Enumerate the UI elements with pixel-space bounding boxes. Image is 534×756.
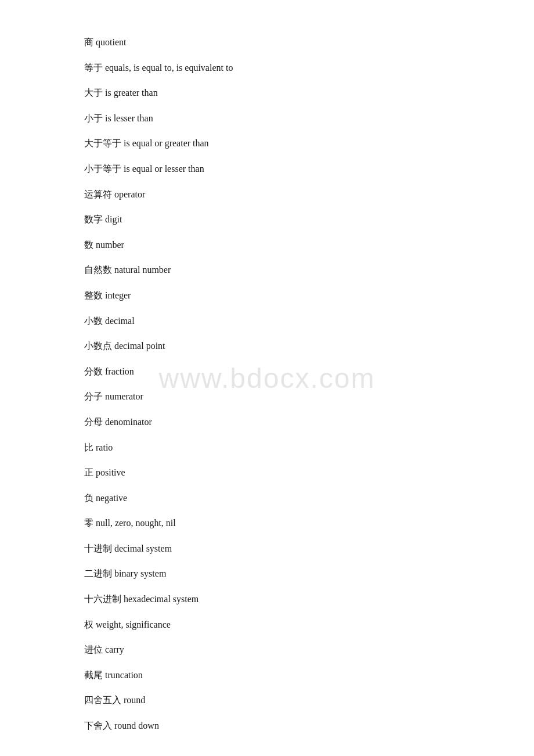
list-item: 自然数 natural number <box>84 262 450 278</box>
list-item: 数 number <box>84 237 450 253</box>
list-item: 大于 is greater than <box>84 85 450 100</box>
list-item: 数字 digit <box>84 212 450 227</box>
list-item: 商 quotient <box>84 35 450 50</box>
list-item: 四舍五入 round <box>84 693 450 708</box>
list-item: 比 ratio <box>84 440 450 455</box>
list-item: 十六进制 hexadecimal system <box>84 592 450 607</box>
list-item: 零 null, zero, nought, nil <box>84 516 450 531</box>
list-item: 整数 integer <box>84 288 450 303</box>
list-item: 十进制 decimal system <box>84 541 450 556</box>
list-item: 小数点 decimal point <box>84 339 450 354</box>
list-item: 小数 decimal <box>84 314 450 329</box>
list-item: 等于 equals, is equal to, is equivalent to <box>84 60 450 75</box>
list-item: 负 negative <box>84 491 450 506</box>
list-item: 进位 carry <box>84 642 450 657</box>
list-item: 运算符 operator <box>84 187 450 202</box>
main-content: 商 quotient等于 equals, is equal to, is equ… <box>0 0 534 756</box>
list-item: 小于等于 is equal or lesser than <box>84 161 450 177</box>
list-item: 截尾 truncation <box>84 668 450 683</box>
list-item: 小于 is lesser than <box>84 111 450 126</box>
list-item: 分子 numerator <box>84 389 450 404</box>
list-item: 二进制 binary system <box>84 566 450 581</box>
list-item: 正 positive <box>84 465 450 480</box>
list-item: 大于等于 is equal or greater than <box>84 136 450 151</box>
list-item: 分母 denominator <box>84 415 450 430</box>
list-item: 权 weight, significance <box>84 617 450 632</box>
list-item: 分数 fraction <box>84 364 450 379</box>
list-item: 下舍入 round down <box>84 718 450 733</box>
